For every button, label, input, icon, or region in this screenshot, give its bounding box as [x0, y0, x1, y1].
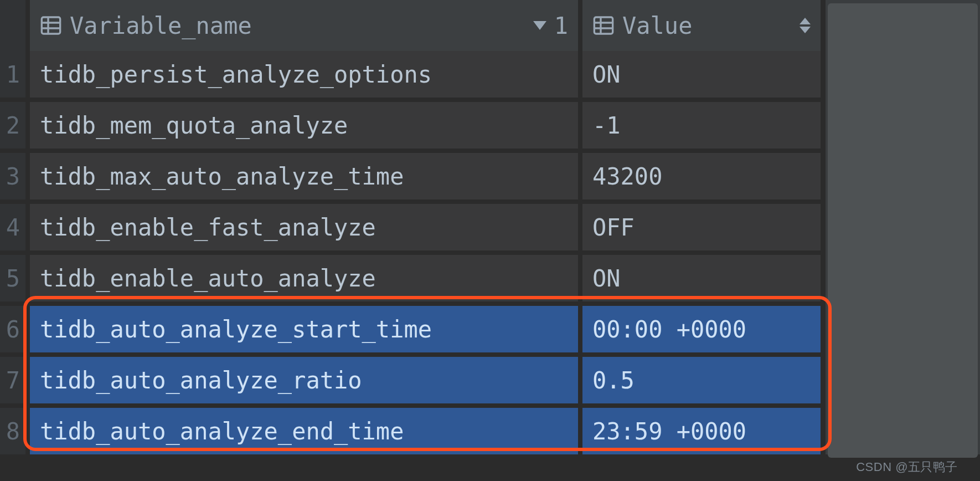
watermark: CSDN @五只鸭子	[856, 459, 958, 475]
row-number[interactable]: 2	[0, 102, 25, 149]
cell-value[interactable]: 23:59 +0000	[582, 408, 821, 454]
column-header-variable-label: Variable_name	[70, 12, 252, 39]
column-icon	[592, 14, 615, 37]
column-header-variable[interactable]: Variable_name 1	[30, 0, 578, 51]
cell-variable[interactable]: tidb_auto_analyze_ratio	[30, 357, 578, 403]
cell-value[interactable]: 0.5	[582, 357, 821, 403]
column-header-value-label: Value	[622, 12, 692, 39]
svg-rect-4	[594, 17, 612, 34]
cell-value[interactable]: ON	[582, 51, 821, 98]
row-number[interactable]: 6	[0, 306, 25, 352]
row-number[interactable]: 5	[0, 255, 25, 301]
cell-variable[interactable]: tidb_max_auto_analyze_time	[30, 153, 578, 199]
row-number[interactable]: 8	[0, 408, 25, 454]
cell-value[interactable]: -1	[582, 102, 821, 149]
row-number[interactable]: 4	[0, 204, 25, 250]
cell-value[interactable]: ON	[582, 255, 821, 301]
cell-variable[interactable]: tidb_enable_fast_analyze	[30, 204, 578, 250]
row-number[interactable]: 7	[0, 357, 25, 403]
cell-value[interactable]: 00:00 +0000	[582, 306, 821, 352]
cell-variable[interactable]: tidb_persist_analyze_options	[30, 51, 578, 98]
column-header-value[interactable]: Value	[582, 0, 821, 51]
row-number[interactable]: 1	[0, 51, 25, 98]
cell-variable[interactable]: tidb_auto_analyze_start_time	[30, 306, 578, 352]
cell-variable[interactable]: tidb_mem_quota_analyze	[30, 102, 578, 149]
header-gutter	[0, 0, 25, 51]
sort-icon	[800, 18, 811, 33]
vertical-scrollbar[interactable]	[825, 0, 980, 454]
cell-variable[interactable]: tidb_auto_analyze_end_time	[30, 408, 578, 454]
column-icon	[40, 14, 62, 37]
sort-desc-icon	[533, 21, 546, 30]
result-table: Variable_name 1 Value 1tidb_persist_anal…	[0, 0, 980, 454]
cell-value[interactable]: OFF	[582, 204, 821, 250]
scrollbar-thumb[interactable]	[828, 3, 978, 458]
row-number[interactable]: 3	[0, 153, 25, 199]
cell-value[interactable]: 43200	[582, 153, 821, 199]
cell-variable[interactable]: tidb_enable_auto_analyze	[30, 255, 578, 301]
svg-rect-0	[42, 17, 60, 34]
sort-index: 1	[554, 12, 568, 39]
